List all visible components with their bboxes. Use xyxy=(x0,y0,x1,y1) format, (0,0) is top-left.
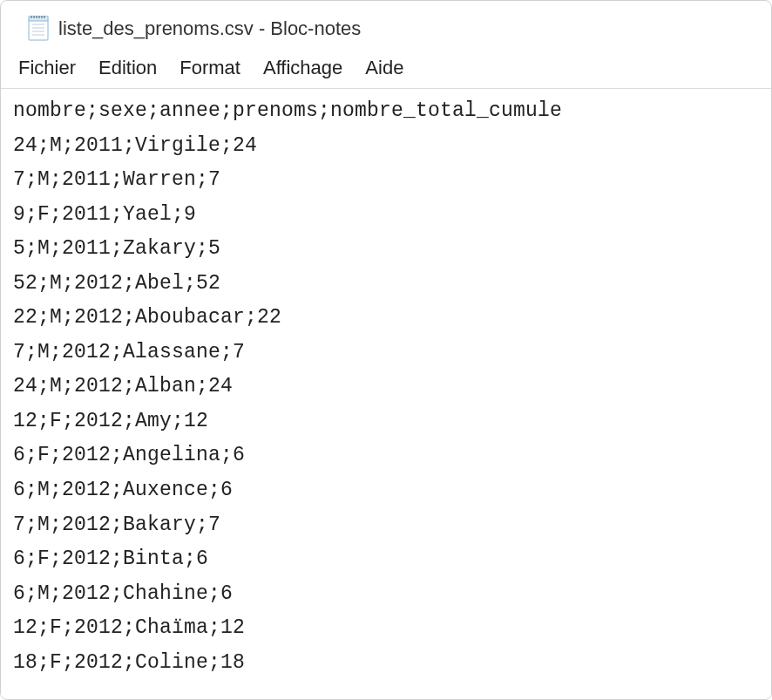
text-editor[interactable] xyxy=(1,89,771,698)
menu-file[interactable]: Fichier xyxy=(18,57,76,79)
titlebar: liste_des_prenoms.csv - Bloc-notes xyxy=(1,1,771,50)
window-title: liste_des_prenoms.csv - Bloc-notes xyxy=(58,17,361,40)
menu-format[interactable]: Format xyxy=(179,57,240,79)
menu-edit[interactable]: Edition xyxy=(98,57,157,79)
notepad-icon xyxy=(27,16,50,42)
svg-rect-0 xyxy=(29,19,48,40)
menu-view[interactable]: Affichage xyxy=(263,57,342,79)
menu-help[interactable]: Aide xyxy=(365,57,403,79)
menubar: Fichier Edition Format Affichage Aide xyxy=(1,50,771,89)
